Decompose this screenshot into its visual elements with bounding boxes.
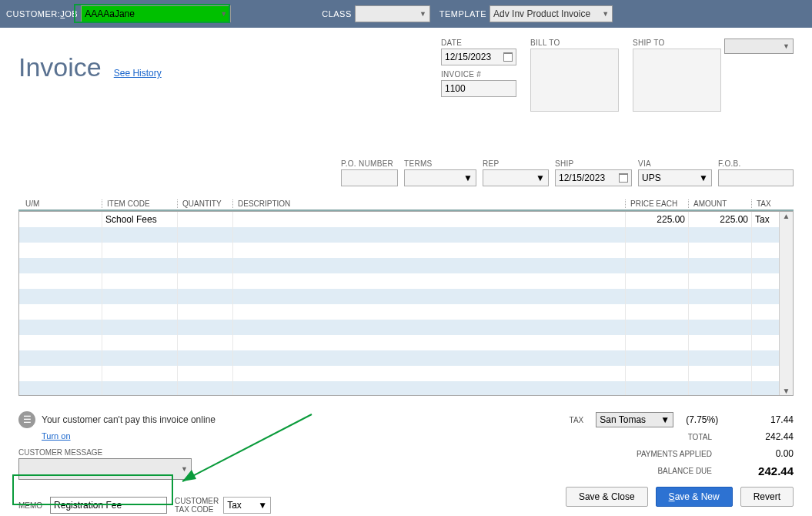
table-row[interactable] (19, 258, 793, 273)
customer-message-label: CUSTOMER MESSAGE (18, 448, 280, 457)
scroll-up-icon[interactable]: ▲ (783, 212, 790, 220)
line-items-table[interactable]: School Fees 225.00 225.00 Tax ▲▼ (18, 211, 794, 396)
invoice-num-input[interactable]: 1100 (441, 80, 516, 97)
cell-um[interactable] (19, 212, 102, 227)
balance-label: BALANCE DUE (604, 467, 712, 475)
col-qty: QUANTITY (177, 199, 232, 208)
cell-item[interactable]: School Fees (102, 212, 178, 227)
po-input[interactable] (341, 169, 398, 186)
table-row[interactable] (19, 381, 793, 396)
revert-button[interactable]: Revert (740, 487, 794, 507)
calendar-icon[interactable] (503, 52, 513, 62)
calendar-icon[interactable] (619, 173, 628, 183)
chevron-down-icon: ▼ (181, 465, 188, 473)
balance-value: 242.44 (724, 464, 794, 477)
table-row[interactable] (19, 320, 793, 335)
tax-code-dropdown[interactable]: Tax▼ (223, 497, 271, 514)
table-row[interactable] (19, 304, 793, 320)
memo-label: MEMO (18, 501, 42, 510)
tax-code-label: CUSTOMERTAX CODE (175, 497, 219, 514)
tax-amount: 17.44 (730, 414, 794, 425)
bill-to-box[interactable] (530, 49, 619, 112)
chevron-down-icon: ▼ (258, 500, 267, 511)
payments-value: 0.00 (724, 448, 794, 459)
col-item: ITEM CODE (102, 199, 177, 208)
top-bar: CUSTOMER:JOB AAAAaJane▼ CLASS ▼ TEMPLATE… (0, 0, 812, 28)
customer-message-dropdown[interactable]: ▼ (18, 458, 192, 480)
col-amt: AMOUNT (688, 199, 751, 208)
save-close-button[interactable]: Save & Close (566, 487, 648, 507)
customer-job-dropdown[interactable]: AAAAaJane▼ (81, 5, 231, 22)
ship-to-dropdown[interactable]: ▼ (724, 39, 794, 54)
turn-on-link[interactable]: Turn on (42, 431, 71, 441)
tax-dropdown[interactable]: San Tomas▼ (596, 412, 673, 427)
col-desc: DESCRIPTION (232, 199, 625, 208)
via-label: VIA (638, 159, 712, 168)
chevron-down-icon: ▼ (220, 10, 227, 18)
date-label: DATE (441, 39, 516, 47)
cell-qty[interactable] (178, 212, 233, 227)
table-row[interactable] (19, 335, 793, 350)
chevron-down-icon: ▼ (463, 173, 473, 183)
chevron-down-icon: ▼ (783, 42, 790, 50)
rep-label: REP (483, 159, 549, 168)
tax-label: TAX (486, 416, 583, 424)
table-row[interactable] (19, 366, 793, 381)
customer-job-label: CUSTOMER:JOB (6, 9, 78, 18)
table-row[interactable] (19, 289, 793, 304)
bill-to-label: BILL TO (530, 39, 619, 47)
table-row[interactable] (19, 227, 793, 243)
col-um: U/M (18, 199, 102, 208)
table-scrollbar[interactable]: ▲▼ (779, 212, 793, 395)
cell-price[interactable]: 225.00 (626, 212, 689, 227)
po-label: P.O. NUMBER (341, 159, 398, 168)
invoice-num-label: INVOICE # (441, 70, 516, 79)
payments-label: PAYMENTS APPLIED (604, 450, 712, 458)
scroll-down-icon[interactable]: ▼ (783, 387, 790, 395)
ship-date-input[interactable]: 12/15/2023 (555, 169, 632, 186)
template-dropdown[interactable]: Adv Inv Product Invoice▼ (490, 5, 613, 22)
cell-desc[interactable] (233, 212, 626, 227)
chevron-down-icon: ▼ (419, 10, 426, 18)
class-label: CLASS (322, 9, 352, 18)
col-tax: TAX (751, 199, 787, 208)
total-value: 242.44 (724, 431, 794, 442)
tax-rate: (7.75%) (686, 414, 718, 425)
save-new-button[interactable]: Save & New (656, 487, 733, 507)
table-row[interactable]: School Fees 225.00 225.00 Tax (19, 212, 793, 227)
page-title: Invoice (18, 52, 102, 82)
terms-label: TERMS (404, 159, 476, 168)
template-label: TEMPLATE (439, 9, 486, 18)
ship-to-label: SHIP TO (633, 39, 721, 47)
fob-input[interactable] (718, 169, 794, 186)
rep-dropdown[interactable]: ▼ (483, 169, 549, 186)
payment-icon: ☰ (18, 411, 35, 428)
ship-label: SHIP (555, 159, 632, 168)
terms-dropdown[interactable]: ▼ (404, 169, 476, 186)
chevron-down-icon: ▼ (602, 10, 609, 18)
fob-label: F.O.B. (718, 159, 794, 168)
chevron-down-icon: ▼ (660, 414, 670, 425)
see-history-link[interactable]: See History (114, 68, 162, 79)
chevron-down-icon: ▼ (536, 173, 545, 183)
date-input[interactable]: 12/15/2023 (441, 49, 516, 65)
class-dropdown[interactable]: ▼ (355, 5, 430, 22)
table-row[interactable] (19, 350, 793, 366)
table-row[interactable] (19, 273, 793, 289)
col-price: PRICE EACH (625, 199, 688, 208)
via-dropdown[interactable]: UPS▼ (638, 169, 712, 186)
memo-input[interactable]: Registration Fee (50, 497, 167, 514)
pay-online-text: Your customer can't pay this invoice onl… (42, 414, 216, 425)
table-row[interactable] (19, 243, 793, 258)
total-label: TOTAL (604, 433, 712, 441)
ship-to-box[interactable] (633, 49, 721, 112)
chevron-down-icon: ▼ (699, 173, 708, 183)
cell-amt[interactable]: 225.00 (689, 212, 752, 227)
table-header: U/M ITEM CODE QUANTITY DESCRIPTION PRICE… (18, 197, 794, 211)
